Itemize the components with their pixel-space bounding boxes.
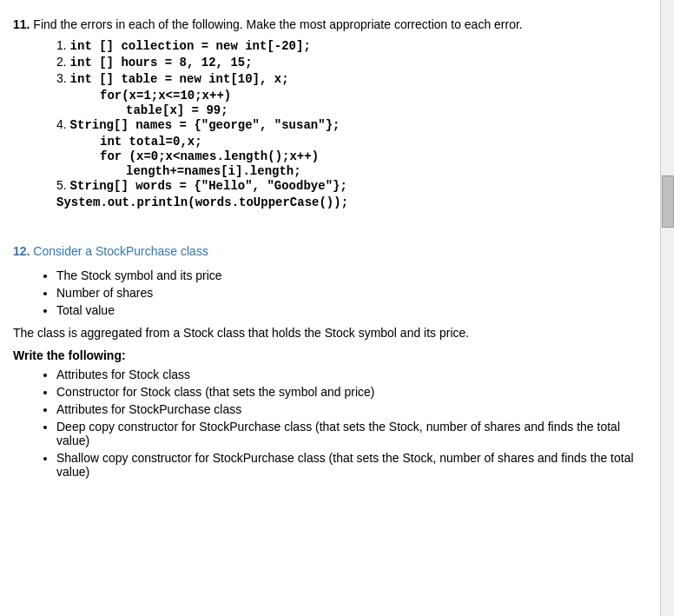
q12-write-item-2: Constructor for Stock class (that sets t… — [56, 385, 643, 399]
page-container: 11. Find the errors in each of the follo… — [0, 0, 686, 616]
q11-item-4-code2: int total=0,x; — [100, 135, 202, 149]
scrollbar[interactable] — [660, 0, 674, 616]
q12-bullet-list: The Stock symbol and its price Number of… — [56, 268, 643, 317]
q12-write-item-3-text: Attributes for StockPurchase class — [56, 402, 241, 416]
q12-write-following: Write the following: — [13, 348, 643, 362]
q11-item-3-code1: int [] table = new int[10], x; — [70, 72, 289, 86]
q12-write-item-5: Shallow copy constructor for StockPurcha… — [56, 451, 643, 479]
question-11-block: 11. Find the errors in each of the follo… — [13, 17, 643, 209]
q11-item-1-code: int [] collection = new int[-20]; — [70, 39, 311, 53]
q12-write-item-1: Attributes for Stock class — [56, 368, 643, 381]
q11-item-3-line1: 3. int [] table = new int[10], x; — [56, 71, 643, 86]
q12-header: 12. Consider a StockPurchase class — [13, 244, 643, 258]
q11-item-3-code3: table[x] = 99; — [126, 103, 228, 117]
q12-write-item-5-text: Shallow copy constructor for StockPurcha… — [56, 451, 634, 479]
q11-item-1-label: 1. — [56, 38, 70, 52]
q12-write-item-3: Attributes for StockPurchase class — [56, 402, 643, 416]
question-12-block: 12. Consider a StockPurchase class The S… — [13, 244, 643, 479]
q12-aggregation-text: The class is aggregated from a Stock cla… — [13, 326, 643, 340]
q12-header-text: Consider a StockPurchase class — [33, 244, 208, 258]
scrollbar-thumb[interactable] — [662, 176, 674, 228]
q11-item-5-line2: System.out.println(words.toUpperCase()); — [56, 195, 643, 209]
q11-item-4-code1: String[] names = {"george", "susan"}; — [70, 118, 340, 132]
q11-item-4-code4: length+=names[i].length; — [126, 164, 301, 178]
q11-item-4-line3: for (x=0;x<names.length();x++) — [100, 149, 643, 163]
q11-item-5-code1: String[] words = {"Hello", "Goodbye"}; — [70, 179, 347, 193]
q11-item-4-line2: int total=0,x; — [100, 134, 643, 149]
q11-item-4-line4: length+=names[i].length; — [126, 163, 643, 178]
q11-item-1: 1. int [] collection = new int[-20]; — [56, 38, 643, 53]
q11-intro: 11. Find the errors in each of the follo… — [13, 17, 643, 31]
q11-item-5-label: 5. — [56, 178, 70, 192]
q11-item-2-label: 2. — [56, 55, 70, 69]
content-area: 11. Find the errors in each of the follo… — [0, 0, 660, 616]
q11-item-4-code3: for (x=0;x<names.length();x++) — [100, 149, 319, 163]
q12-write-label: Write the following: — [13, 348, 126, 362]
q12-bullet-2-text: Number of shares — [56, 286, 153, 300]
q12-write-item-1-text: Attributes for Stock class — [56, 368, 190, 381]
q12-number: 12. — [13, 244, 30, 258]
q12-write-item-4: Deep copy constructor for StockPurchase … — [56, 420, 643, 447]
q11-intro-text: Find the errors in each of the following… — [33, 17, 522, 31]
q11-item-3-code2: for(x=1;x<=10;x++) — [100, 89, 231, 103]
q12-bullet-2: Number of shares — [56, 286, 643, 300]
q11-item-4-line1: 4. String[] names = {"george", "susan"}; — [56, 117, 643, 132]
q11-number: 11. — [13, 17, 30, 31]
q11-item-3-line3: table[x] = 99; — [126, 103, 643, 117]
q12-write-item-4-text: Deep copy constructor for StockPurchase … — [56, 420, 620, 447]
q11-item-3-line2: for(x=1;x<=10;x++) — [100, 88, 643, 103]
q11-item-5-code2: System.out.println(words.toUpperCase()); — [56, 195, 348, 209]
q12-bullet-1: The Stock symbol and its price — [56, 268, 643, 282]
q11-item-2-code: int [] hours = 8, 12, 15; — [70, 56, 253, 70]
q11-item-5-line1: 5. String[] words = {"Hello", "Goodbye"}… — [56, 178, 643, 193]
q12-write-list: Attributes for Stock class Constructor f… — [56, 368, 643, 479]
q11-item-4-label: 4. — [56, 117, 70, 131]
spacer-1 — [13, 227, 643, 244]
q12-bullet-1-text: The Stock symbol and its price — [56, 268, 222, 282]
q11-item-2: 2. int [] hours = 8, 12, 15; — [56, 55, 643, 70]
q12-bullet-3-text: Total value — [56, 303, 115, 317]
q12-bullet-3: Total value — [56, 303, 643, 317]
q11-item-3-label: 3. — [56, 71, 70, 85]
q12-write-item-2-text: Constructor for Stock class (that sets t… — [56, 385, 374, 399]
